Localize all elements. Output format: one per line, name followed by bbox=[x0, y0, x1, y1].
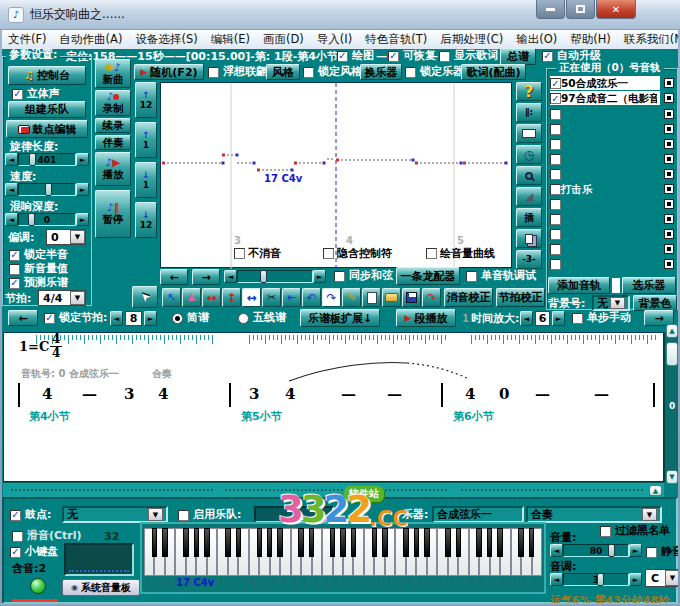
octave-down-button[interactable]: ↓12 bbox=[135, 202, 157, 238]
slider-right-arrow[interactable]: ► bbox=[629, 544, 642, 557]
redo-red-button[interactable]: ↷ bbox=[422, 288, 441, 307]
move-horizontal-button[interactable]: ↔ bbox=[242, 288, 261, 307]
note-figure-button[interactable]: ♟ bbox=[182, 288, 201, 307]
lock-beat-increment[interactable]: ► bbox=[144, 311, 157, 326]
slider-left-arrow[interactable]: ◄ bbox=[224, 270, 237, 283]
track-checkbox[interactable] bbox=[550, 109, 561, 120]
piano-black-key[interactable] bbox=[225, 528, 231, 557]
slider-right-arrow[interactable]: ► bbox=[76, 183, 89, 196]
key-select[interactable]: C▼ bbox=[645, 569, 680, 587]
track-options-button[interactable] bbox=[664, 214, 674, 224]
beat-select[interactable]: 4/4▼ bbox=[38, 290, 86, 306]
titlebar[interactable]: ♪ 恒乐交响曲之...... ✕ bbox=[0, 0, 680, 30]
pause-button[interactable]: ♪‖ 暂停 bbox=[95, 190, 131, 238]
piano-black-key[interactable] bbox=[236, 528, 242, 557]
close-button[interactable]: ✕ bbox=[596, 0, 636, 19]
play-button[interactable]: ♪▶ 播放 bbox=[95, 152, 131, 186]
track-options-button[interactable] bbox=[664, 244, 674, 254]
lock-semitone-checkbox[interactable]: ✓ bbox=[9, 250, 20, 261]
system-volume-button[interactable]: ◉ 系统音量板 bbox=[62, 579, 140, 596]
maximize-button[interactable] bbox=[566, 0, 595, 19]
lock-beat-checkbox[interactable]: ✓ bbox=[44, 313, 55, 324]
menu-import[interactable]: 导入(I) bbox=[317, 32, 352, 47]
time-zoom-decrement[interactable]: ◄ bbox=[520, 311, 533, 326]
piano-black-key[interactable] bbox=[476, 528, 482, 557]
draw-checkbox[interactable]: ✓ bbox=[337, 51, 348, 62]
chevron-down-icon[interactable]: ▼ bbox=[70, 230, 85, 244]
menu-autocompose[interactable]: 自动作曲(A) bbox=[60, 32, 123, 47]
track-options-button[interactable] bbox=[664, 139, 674, 149]
reverb-slider[interactable]: ◄ 0 ► bbox=[5, 213, 89, 226]
slider-right-arrow[interactable]: ► bbox=[76, 153, 89, 166]
track-checkbox[interactable] bbox=[550, 229, 561, 240]
minimize-button[interactable] bbox=[536, 0, 565, 19]
octave-up-button[interactable]: ↑12 bbox=[135, 82, 157, 118]
background-color-button[interactable]: 背景色 bbox=[633, 295, 677, 311]
melody-plot-canvas[interactable]: 17 C4v 3 4 5 不消音 隐含控制符 绘音量曲线 bbox=[160, 82, 512, 268]
add-track-button[interactable]: 添加音轨 bbox=[548, 277, 610, 294]
piano-black-key[interactable] bbox=[497, 528, 503, 557]
piano-black-key[interactable] bbox=[257, 528, 263, 557]
point-select-button[interactable]: ↖ bbox=[162, 288, 181, 307]
rectangle-tool-button[interactable] bbox=[516, 124, 542, 143]
zoom-tool-button[interactable] bbox=[516, 166, 542, 185]
scroll-thumb[interactable] bbox=[666, 342, 678, 366]
piano-black-key[interactable] bbox=[267, 528, 273, 557]
track-options-button[interactable] bbox=[664, 199, 674, 209]
paste-insert-button[interactable]: ⇤ bbox=[282, 288, 301, 307]
single-step-checkbox[interactable] bbox=[572, 313, 583, 324]
console-button[interactable]: ♫ 控制台 bbox=[8, 66, 86, 85]
ensemble-select[interactable]: 合奏▼ bbox=[526, 506, 662, 523]
semitone-up-button[interactable]: ↑1 bbox=[135, 122, 157, 158]
build-band-button[interactable]: 组建乐队 bbox=[8, 101, 86, 118]
drum-checkbox[interactable]: ✓ bbox=[10, 510, 21, 521]
slider-left-arrow[interactable]: ◄ bbox=[5, 213, 18, 226]
track-row[interactable]: ✓ 97合成音二（电影音效 bbox=[550, 91, 674, 106]
speed-slider[interactable]: ◄ ► bbox=[5, 183, 89, 196]
piano-black-key[interactable] bbox=[183, 528, 189, 557]
enable-band-checkbox[interactable] bbox=[178, 510, 189, 521]
track-row[interactable] bbox=[550, 137, 674, 152]
menu-special-track[interactable]: 特色音轨(T) bbox=[365, 32, 427, 47]
no-mute-checkbox[interactable] bbox=[234, 248, 245, 259]
melody-length-slider[interactable]: ◄ 401 ► bbox=[5, 153, 89, 166]
track-options-button[interactable] bbox=[664, 78, 674, 88]
lyrics-button[interactable]: 歌词(配曲) bbox=[461, 64, 526, 80]
mute-checkbox[interactable] bbox=[646, 547, 657, 558]
detune-select[interactable]: 0▼ bbox=[46, 229, 86, 245]
predict-score-checkbox[interactable]: ✓ bbox=[9, 278, 20, 289]
menu-help[interactable]: 帮助(H) bbox=[570, 32, 611, 47]
piano-black-key[interactable] bbox=[518, 528, 524, 557]
piano-black-key[interactable] bbox=[152, 528, 158, 557]
semitone-down-button[interactable]: ↓1 bbox=[135, 162, 157, 198]
plot-scroll-slider[interactable]: ◄ ► bbox=[224, 270, 326, 283]
staff-radio[interactable] bbox=[238, 313, 249, 324]
track-row[interactable] bbox=[550, 212, 674, 227]
track-options-button[interactable] bbox=[664, 154, 674, 164]
piano-black-key[interactable] bbox=[162, 528, 168, 557]
track-row[interactable] bbox=[550, 197, 674, 212]
lock-beat-decrement[interactable]: ◄ bbox=[110, 311, 123, 326]
track-row[interactable] bbox=[550, 107, 674, 122]
lock-instrument-checkbox[interactable] bbox=[405, 67, 416, 78]
stretch-horizontal-button[interactable]: ↔ bbox=[202, 288, 221, 307]
drum-select[interactable]: 无▼ bbox=[62, 506, 168, 523]
fantasy-checkbox[interactable] bbox=[208, 67, 219, 78]
slider-right-arrow[interactable]: ► bbox=[76, 213, 89, 226]
new-file-button[interactable] bbox=[362, 288, 381, 307]
score-vertical-scrollbar[interactable]: ▲ 0 ▼ bbox=[664, 332, 678, 482]
auto-upgrade-checkbox[interactable]: ✓ bbox=[542, 51, 553, 62]
segment-play-button[interactable]: ▶ 段播放 bbox=[396, 309, 456, 327]
menu-edit[interactable]: 编辑(E) bbox=[211, 32, 250, 47]
score-sheet[interactable]: 1=C 4 4 音轨号: 0 合成弦乐一 合奏 4 — 3 4 3 4 — — … bbox=[3, 332, 664, 482]
brush-tool-button[interactable]: ✎ bbox=[342, 288, 361, 307]
glide-checkbox[interactable] bbox=[12, 531, 23, 542]
save-button[interactable] bbox=[402, 288, 421, 307]
piano-black-key[interactable] bbox=[194, 528, 200, 557]
mini-keyboard-checkbox[interactable]: ✓ bbox=[10, 547, 21, 558]
slider-left-arrow[interactable]: ◄ bbox=[550, 544, 563, 557]
lock-style-checkbox[interactable] bbox=[303, 67, 314, 78]
new-song-button[interactable]: ✱♪ 新曲 bbox=[95, 59, 131, 88]
piano-black-key[interactable] bbox=[529, 528, 535, 557]
slider-right-arrow[interactable]: ► bbox=[313, 270, 326, 283]
